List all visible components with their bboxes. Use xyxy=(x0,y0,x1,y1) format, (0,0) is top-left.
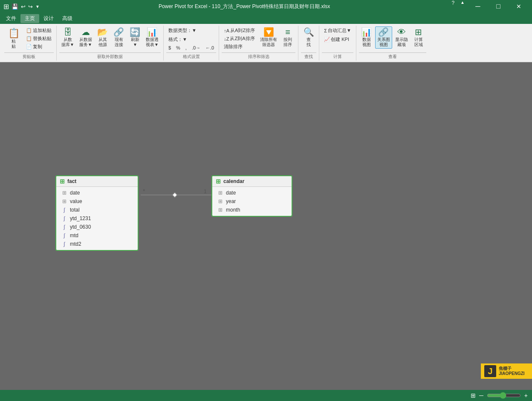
fact-row-mtd[interactable]: ∫ mtd xyxy=(56,231,138,240)
data-pivot-icon: 📊 xyxy=(147,28,157,36)
quick-access-redo[interactable]: ↪ xyxy=(28,3,33,10)
sort-az-button[interactable]: ↑A 从A到Z排序 xyxy=(222,26,257,35)
from-db-button[interactable]: 🗄 从数据库▼ xyxy=(59,26,76,49)
close-button[interactable]: ✕ xyxy=(509,0,529,13)
clipboard-small-btns: 📋 追加粘贴 📋 替换粘贴 📄 复制 xyxy=(24,26,54,51)
ribbon-collapse-icon[interactable]: ▲ xyxy=(458,0,467,13)
excel-logo-icon: ⊞ xyxy=(3,3,9,11)
quick-access-save[interactable]: 💾 xyxy=(12,3,18,10)
ribbon-group-calc: Σ 自动汇总▼ 📈 创建 KPI 计算 xyxy=(319,26,356,61)
fact-row-mtd2[interactable]: ∫ mtd2 xyxy=(56,240,138,248)
zoom-in-icon[interactable]: + xyxy=(524,392,528,399)
calc-area-button[interactable]: ⊞ 计算区域 xyxy=(411,26,426,49)
menu-advanced[interactable]: 高级 xyxy=(58,14,77,23)
fact-row-ytd1231[interactable]: ∫ ytd_1231 xyxy=(56,214,138,223)
calendar-table-header[interactable]: ⊞ calendar xyxy=(212,176,292,187)
fact-table-header[interactable]: ⊞ fact xyxy=(56,176,138,187)
fact-row-date[interactable]: ⊞ date xyxy=(56,189,138,197)
find-button[interactable]: 🔍 查找 xyxy=(301,26,316,49)
data-pivot-button[interactable]: 📊 数据透视表▼ xyxy=(144,26,161,49)
help-icon[interactable]: ? xyxy=(449,0,457,13)
replace-paste-button[interactable]: 📋 替换粘贴 xyxy=(24,35,54,43)
menu-design[interactable]: 设计 xyxy=(39,14,58,23)
calendar-date-label: date xyxy=(226,190,236,196)
add-paste-button[interactable]: 📋 追加粘贴 xyxy=(24,26,54,35)
sort-za-icon: ↓Z xyxy=(224,36,229,41)
ribbon: 📋 粘贴 📋 追加粘贴 📋 替换粘贴 📄 xyxy=(0,24,532,62)
from-other-button[interactable]: 📂 从其他源 xyxy=(95,26,110,49)
external-data-label: 获取外部数据 xyxy=(59,52,161,60)
col-sort-icon: ≡ xyxy=(285,28,290,36)
data-view-button[interactable]: 📊 数据视图 xyxy=(359,26,374,49)
fact-row-ytd0630[interactable]: ∫ ytd_0630 xyxy=(56,223,138,231)
calendar-row-date[interactable]: ⊞ date xyxy=(212,189,292,197)
ribbon-group-format: 数据类型：▼ 格式：▼ $ % , .0→ ←.0 格式设置 xyxy=(164,26,219,61)
from-service-button[interactable]: ☁ 从数据服务▼ xyxy=(77,26,94,49)
status-bar-right: ⊞ ─ + xyxy=(471,392,528,399)
zoom-slider[interactable] xyxy=(487,392,521,399)
currency-icon: $ xyxy=(168,45,171,50)
refresh-button[interactable]: 🔄 刷新▼ xyxy=(127,26,143,49)
quick-access-dropdown[interactable]: ▼ xyxy=(35,4,40,9)
dec-dec-button[interactable]: ←.0 xyxy=(203,44,216,51)
refresh-icon: 🔄 xyxy=(130,28,140,36)
clear-sort-button[interactable]: 清除排序 xyxy=(222,43,257,51)
clear-filter-label: 清除所有筛选器 xyxy=(260,37,277,47)
fact-mtd2-label: mtd2 xyxy=(70,241,81,247)
zoom-out-icon[interactable]: ─ xyxy=(479,392,483,399)
view-label-group: 查看 xyxy=(359,52,426,60)
replace-paste-label: 替换粘贴 xyxy=(33,35,52,42)
sort-za-button[interactable]: ↓Z 从Z到A排序 xyxy=(222,35,257,43)
relation-view-button[interactable]: 🔗 关系图视图 xyxy=(375,26,392,49)
title-bar-left: ⊞ 💾 ↩ ↪ ▼ xyxy=(3,3,40,11)
status-bar: ⊞ ─ + xyxy=(0,390,532,401)
dec-inc-button[interactable]: .0→ xyxy=(190,44,202,51)
comma-button[interactable]: , xyxy=(183,44,189,51)
calendar-year-label: year xyxy=(226,198,236,204)
percent-button[interactable]: % xyxy=(174,44,182,51)
zoom-fit-icon[interactable]: ⊞ xyxy=(471,392,476,399)
calendar-month-icon: ⊞ xyxy=(217,207,223,213)
clear-filter-button[interactable]: 🔽 清除所有筛选器 xyxy=(258,26,279,49)
fact-row-value[interactable]: ⊞ value xyxy=(56,197,138,206)
auto-sum-label: 自动汇总▼ xyxy=(328,27,351,34)
menu-home[interactable]: 主页 xyxy=(20,14,39,23)
calendar-table-body: ⊞ date ⊞ year ⊞ month xyxy=(212,187,292,216)
existing-conn-label: 现有连接 xyxy=(115,37,123,47)
watermark-text: 焦棚子JIAOPENGZI xyxy=(499,366,525,376)
auto-sum-button[interactable]: Σ 自动汇总▼ xyxy=(322,26,353,35)
data-type-button[interactable]: 数据类型：▼ xyxy=(166,26,199,35)
calendar-table: ⊞ calendar ⊞ date ⊞ year ⊞ month xyxy=(211,175,292,217)
title-bar-title: Power Pivot for Excel - 110_方法_Power Piv… xyxy=(159,3,330,10)
menu-bar: 文件 主页 设计 高级 xyxy=(0,13,532,24)
menu-file[interactable]: 文件 xyxy=(2,14,20,23)
fact-row-total[interactable]: ∫ total xyxy=(56,206,138,214)
format-button[interactable]: 格式：▼ xyxy=(166,35,189,44)
kpi-icon: 📈 xyxy=(324,37,330,42)
calendar-row-month[interactable]: ⊞ month xyxy=(212,206,292,214)
calendar-table-icon: ⊞ xyxy=(216,178,221,185)
create-kpi-button[interactable]: 📈 创建 KPI xyxy=(322,35,351,44)
show-hidden-button[interactable]: 👁 显示隐藏项 xyxy=(393,26,410,49)
watermark-letter: J xyxy=(484,365,496,377)
ribbon-content: 📋 粘贴 📋 追加粘贴 📋 替换粘贴 📄 xyxy=(0,24,532,62)
copy-button[interactable]: 📄 复制 xyxy=(24,43,54,51)
paste-button[interactable]: 📋 粘贴 xyxy=(4,26,23,51)
calendar-row-year[interactable]: ⊞ year xyxy=(212,197,292,206)
existing-conn-button[interactable]: 🔗 现有连接 xyxy=(111,26,127,49)
ribbon-group-view: 📊 数据视图 🔗 关系图视图 👁 显示隐藏项 ⊞ 计算区域 xyxy=(356,26,429,61)
fact-ytd1231-label: ytd_1231 xyxy=(70,215,91,221)
col-sort-label: 按列排序 xyxy=(283,37,292,47)
existing-conn-icon: 🔗 xyxy=(113,28,124,36)
title-bar-controls: ? ▲ ─ □ ✕ xyxy=(449,0,529,13)
clipboard-label: 剪贴板 xyxy=(4,52,54,60)
dec-inc-icon: .0→ xyxy=(192,45,200,50)
quick-access-undo[interactable]: ↩ xyxy=(21,3,26,10)
from-other-label: 从其他源 xyxy=(98,37,107,47)
clear-sort-label: 清除排序 xyxy=(224,44,243,50)
currency-button[interactable]: $ xyxy=(166,44,173,51)
minimize-button[interactable]: ─ xyxy=(468,0,488,13)
maximize-button[interactable]: □ xyxy=(489,0,508,13)
show-hidden-icon: 👁 xyxy=(397,28,406,36)
col-sort-button[interactable]: ≡ 按列排序 xyxy=(280,26,295,49)
